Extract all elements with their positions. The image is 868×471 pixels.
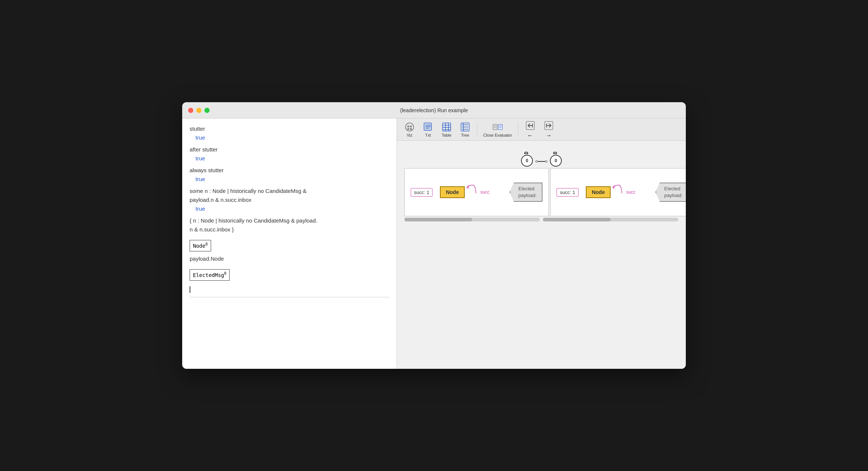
- some-n-value: true: [196, 204, 389, 213]
- txt-button[interactable]: Txt: [420, 120, 436, 139]
- stopwatch-row: 0 0: [401, 148, 682, 168]
- viz-area: 0 0: [397, 141, 686, 369]
- node-box-0: Node0: [190, 240, 211, 251]
- elected-msg-box: ElectedMsg0: [190, 269, 230, 281]
- scrollbar-gap: [541, 218, 542, 221]
- scrollbar-thumb-2[interactable]: [543, 218, 611, 221]
- succ-label-2: succ: 1: [557, 188, 578, 197]
- svg-rect-1: [407, 126, 409, 127]
- pink-arrow-1: [465, 178, 487, 197]
- toolbar: Viz Txt: [397, 118, 686, 141]
- scrollbar-thumb-1[interactable]: [404, 218, 472, 221]
- some-n-block: some n : Node | historically no Candidat…: [190, 187, 389, 213]
- succ-label-1: succ: 1: [411, 188, 433, 197]
- node-sup-0: 0: [206, 242, 208, 246]
- elected-box-2: Electedpayload:: [655, 183, 686, 202]
- always-stutter-block: always stutter true: [190, 166, 389, 184]
- svg-rect-2: [410, 126, 412, 127]
- back-label: ←: [527, 132, 533, 139]
- back-icon: [525, 120, 535, 132]
- separator-1: [477, 122, 477, 137]
- titlebar: (leaderelection) Run example: [182, 102, 686, 118]
- svg-rect-5: [424, 123, 432, 131]
- svg-rect-3: [407, 128, 409, 130]
- node-1: Node: [440, 186, 465, 198]
- stopwatch-num-1: 0: [526, 158, 528, 163]
- viz-icon: [404, 122, 415, 132]
- stopwatch-2: 0: [549, 151, 563, 167]
- elected-box-1: Electedpayload:: [510, 183, 542, 202]
- left-panel: stutter true after stutter true always s…: [182, 118, 397, 369]
- app-window: (leaderelection) Run example stutter tru…: [182, 102, 686, 369]
- txt-label: Txt: [425, 133, 431, 137]
- instance-1: succ: 1 Node succ: [404, 168, 549, 216]
- stutter-block: stutter true: [190, 124, 389, 142]
- forward-label: →: [546, 132, 552, 139]
- txt-icon: [423, 122, 433, 132]
- minimize-button[interactable]: [196, 108, 201, 113]
- forward-button[interactable]: →: [541, 119, 557, 140]
- connector: [535, 160, 547, 163]
- back-button[interactable]: ←: [522, 119, 538, 140]
- always-stutter-label: always stutter: [190, 166, 389, 175]
- forward-icon: [544, 120, 554, 132]
- stopwatch-body-1: 0: [521, 155, 533, 167]
- svg-rect-4: [410, 128, 412, 130]
- after-stutter-value: true: [196, 154, 389, 163]
- traffic-lights: [188, 108, 210, 113]
- viz-button[interactable]: Viz: [401, 120, 418, 139]
- close-button[interactable]: [188, 108, 193, 113]
- svg-rect-21: [493, 124, 497, 130]
- payload-node-label: payload.Node: [190, 254, 389, 263]
- stutter-label: stutter: [190, 124, 389, 133]
- close-evaluator-icon: [493, 122, 503, 132]
- always-stutter-value: true: [196, 175, 389, 184]
- separator-2: [518, 122, 518, 137]
- table-label: Table: [442, 133, 451, 137]
- cursor: [190, 286, 190, 293]
- connector-dot-right: [545, 160, 547, 163]
- right-panel: Viz Txt: [397, 118, 686, 369]
- after-stutter-label: after stutter: [190, 145, 389, 154]
- stopwatch-1: 0: [520, 151, 534, 167]
- svg-point-0: [405, 123, 414, 131]
- maximize-button[interactable]: [204, 108, 210, 113]
- viz-label: Viz: [407, 133, 412, 137]
- some-n-label: some n : Node | historically no Candidat…: [190, 187, 389, 204]
- connector-h: [538, 161, 545, 162]
- window-title: (leaderelection) Run example: [400, 107, 468, 113]
- pink-arrow-2: [611, 178, 633, 197]
- stopwatch-body-2: 0: [550, 155, 562, 167]
- instance-2: succ: 1 Node succ: [550, 168, 686, 216]
- instance-container: succ: 1 Node succ: [401, 168, 682, 216]
- set-block: { n : Node | historically no CandidateMs…: [190, 216, 389, 282]
- stopwatch-crown-1: [524, 152, 528, 154]
- tree-button[interactable]: Tree: [457, 120, 473, 139]
- divider: [190, 297, 389, 297]
- tree-icon: [460, 122, 470, 132]
- node-2: Node: [586, 186, 611, 198]
- table-button[interactable]: Table: [438, 120, 455, 139]
- main-content: stutter true after stutter true always s…: [182, 118, 686, 369]
- tree-label: Tree: [461, 133, 469, 137]
- table-icon: [441, 122, 452, 132]
- close-evaluator-button[interactable]: Close Evaluator: [481, 120, 514, 139]
- stopwatch-crown-2: [553, 152, 557, 154]
- elected-msg-sup: 0: [224, 271, 226, 275]
- cursor-line[interactable]: [190, 285, 389, 294]
- stopwatch-num-2: 0: [555, 158, 557, 163]
- close-evaluator-label: Close Evaluator: [483, 133, 512, 137]
- stutter-value: true: [196, 133, 389, 142]
- after-stutter-block: after stutter true: [190, 145, 389, 163]
- bottom-scrollbars: [401, 216, 682, 223]
- set-label: { n : Node | historically no CandidateMs…: [190, 216, 389, 234]
- svg-rect-25: [498, 124, 502, 130]
